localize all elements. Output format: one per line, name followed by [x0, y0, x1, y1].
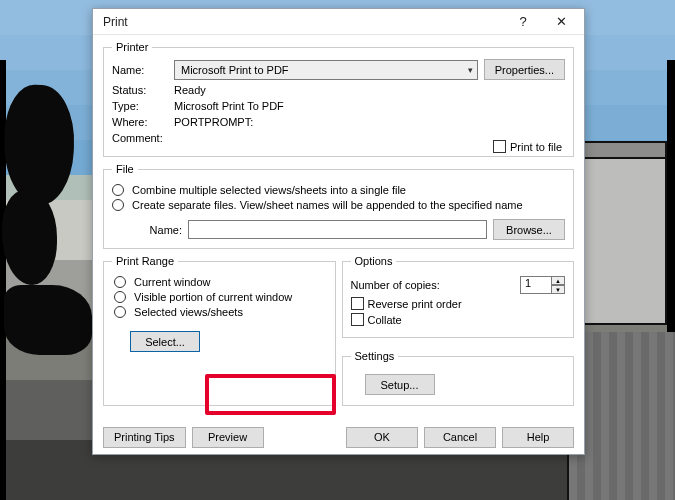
help-titlebar-button[interactable]: ?: [504, 11, 542, 33]
reverse-order-option[interactable]: Reverse print order: [351, 297, 566, 310]
reverse-order-checkbox[interactable]: [351, 297, 364, 310]
printer-status-label: Status:: [112, 84, 174, 96]
printer-legend: Printer: [112, 41, 152, 53]
select-views-button[interactable]: Select...: [130, 331, 200, 352]
file-separate-radio[interactable]: [112, 199, 124, 211]
printer-status-value: Ready: [174, 84, 206, 96]
printing-tips-button[interactable]: Printing Tips: [103, 427, 186, 448]
printer-type-value: Microsoft Print To PDF: [174, 100, 284, 112]
setup-button[interactable]: Setup...: [365, 374, 435, 395]
properties-button[interactable]: Properties...: [484, 59, 565, 80]
print-range-group: Print Range Current window Visible porti…: [103, 255, 336, 406]
printer-name-select[interactable]: Microsoft Print to PDF ▾: [174, 60, 478, 80]
dialog-footer: Printing Tips Preview OK Cancel Help: [93, 420, 584, 454]
printer-name-value: Microsoft Print to PDF: [181, 64, 289, 76]
collate-option[interactable]: Collate: [351, 313, 566, 326]
range-visible-portion-radio[interactable]: [114, 291, 126, 303]
printer-where-label: Where:: [112, 116, 174, 128]
options-legend: Options: [351, 255, 397, 267]
preview-button[interactable]: Preview: [192, 427, 264, 448]
range-selected-views[interactable]: Selected views/sheets: [114, 306, 327, 318]
printer-comment-label: Comment:: [112, 132, 174, 144]
help-button[interactable]: Help: [502, 427, 574, 448]
file-group: File Combine multiple selected views/she…: [103, 163, 574, 249]
copies-input[interactable]: 1: [520, 276, 552, 294]
printer-name-label: Name:: [112, 64, 174, 76]
close-icon: ✕: [556, 14, 567, 29]
collate-checkbox[interactable]: [351, 313, 364, 326]
titlebar[interactable]: Print ? ✕: [93, 9, 584, 35]
range-current-window-radio[interactable]: [114, 276, 126, 288]
file-separate-option[interactable]: Create separate files. View/sheet names …: [112, 199, 565, 211]
print-to-file-option[interactable]: Print to file: [493, 140, 562, 153]
file-combine-option[interactable]: Combine multiple selected views/sheets i…: [112, 184, 565, 196]
copies-down-button[interactable]: ▼: [551, 285, 565, 294]
range-selected-views-radio[interactable]: [114, 306, 126, 318]
file-name-label: Name:: [112, 224, 188, 236]
dialog-title: Print: [103, 15, 504, 29]
settings-legend: Settings: [351, 350, 399, 362]
print-to-file-checkbox[interactable]: [493, 140, 506, 153]
settings-group: Settings Setup...: [342, 350, 575, 406]
file-legend: File: [112, 163, 138, 175]
file-name-input[interactable]: [188, 220, 487, 239]
chevron-down-icon: ▾: [468, 65, 473, 75]
options-group: Options Number of copies: 1 ▲ ▼: [342, 255, 575, 338]
help-icon: ?: [519, 14, 526, 29]
print-to-file-label: Print to file: [510, 141, 562, 153]
printer-where-value: PORTPROMPT:: [174, 116, 253, 128]
copies-label: Number of copies:: [351, 279, 440, 291]
cancel-button[interactable]: Cancel: [424, 427, 496, 448]
print-range-legend: Print Range: [112, 255, 178, 267]
copies-up-button[interactable]: ▲: [551, 276, 565, 285]
browse-button[interactable]: Browse...: [493, 219, 565, 240]
file-combine-radio[interactable]: [112, 184, 124, 196]
range-current-window[interactable]: Current window: [114, 276, 327, 288]
close-button[interactable]: ✕: [542, 11, 580, 33]
chevron-up-icon: ▲: [555, 278, 561, 284]
range-visible-portion[interactable]: Visible portion of current window: [114, 291, 327, 303]
printer-group: Printer Name: Microsoft Print to PDF ▾ P…: [103, 41, 574, 157]
chevron-down-icon: ▼: [555, 287, 561, 293]
ok-button[interactable]: OK: [346, 427, 418, 448]
print-dialog: Print ? ✕ Printer Name: Microsoft Print …: [92, 8, 585, 455]
printer-type-label: Type:: [112, 100, 174, 112]
